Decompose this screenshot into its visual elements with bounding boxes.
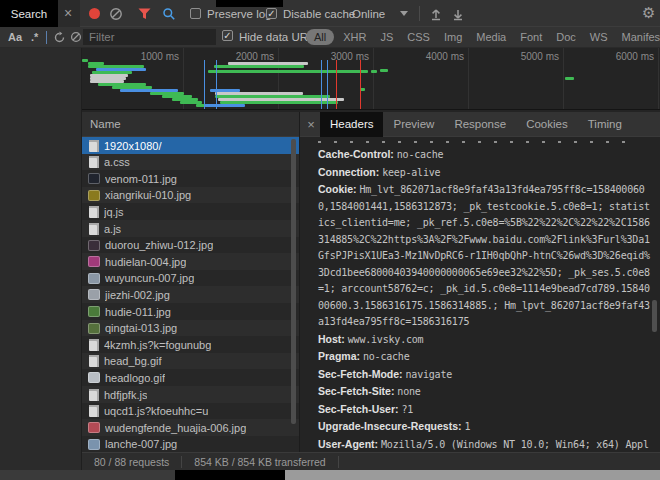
table-row[interactable]: uqcd1.js?kfoeuhhc=u: [82, 403, 299, 420]
type-filter-img[interactable]: Img: [439, 29, 467, 45]
type-filter-css[interactable]: CSS: [402, 29, 435, 45]
clear-search-icon[interactable]: [70, 31, 82, 43]
close-details-icon[interactable]: ×: [302, 117, 320, 132]
timeline-label: 5000 ms: [513, 51, 559, 62]
table-row[interactable]: xiangrikui-010.jpg: [82, 187, 299, 204]
type-filter-xhr[interactable]: XHR: [338, 29, 371, 45]
refresh-icon[interactable]: [53, 31, 66, 44]
filter-toolbar: Aa .* Hide data URLs AllXHRJSCSSImgMedia…: [0, 27, 660, 48]
tab-response[interactable]: Response: [444, 112, 516, 137]
table-row[interactable]: a.js: [82, 220, 299, 237]
header-name: Cookie:: [318, 183, 359, 195]
preserve-log-label[interactable]: Preserve log: [207, 7, 272, 21]
match-case-icon[interactable]: Aa: [8, 30, 22, 44]
table-row[interactable]: venom-011.jpg: [82, 170, 299, 187]
type-filter-media[interactable]: Media: [471, 29, 511, 45]
disable-cache-label[interactable]: Disable cache: [283, 7, 355, 21]
record-button[interactable]: [89, 8, 100, 19]
header-name: Host:: [318, 333, 348, 345]
header-name: Cache-Control:: [318, 148, 397, 160]
type-filter-ws[interactable]: WS: [585, 29, 613, 45]
request-name: xiangrikui-010.jpg: [105, 189, 191, 201]
search-icon[interactable]: [162, 7, 176, 21]
table-row[interactable]: 4kzmh.js?k=fogunubg: [82, 336, 299, 353]
document-icon: [89, 405, 99, 417]
filter-icon[interactable]: [138, 8, 151, 20]
settings-gear-icon[interactable]: ⚙: [642, 5, 655, 21]
request-name: jq.js: [104, 206, 124, 218]
table-row[interactable]: hudie-011.jpg: [82, 303, 299, 320]
table-row[interactable]: wudengfende_huajia-006.jpg: [82, 419, 299, 436]
headers-panel[interactable]: Cache-Control: no-cacheConnection: keep-…: [300, 137, 660, 452]
search-drawer-tab[interactable]: Search: [0, 0, 58, 27]
overlapping-window-fragment-top: [216, 0, 283, 7]
table-row[interactable]: jq.js: [82, 203, 299, 220]
details-tab-bar: × HeadersPreviewResponseCookiesTiming: [300, 112, 660, 137]
request-list-scrollbar[interactable]: [291, 139, 296, 424]
load-event-marker: [360, 60, 361, 110]
document-icon: [89, 339, 99, 351]
type-filter-js[interactable]: JS: [375, 29, 398, 45]
waterfall-bar: [214, 65, 304, 68]
table-row[interactable]: head_bg.gif: [82, 353, 299, 370]
disable-cache-checkbox[interactable]: [266, 8, 277, 19]
timeline-gridline: [658, 48, 659, 110]
toolbar-divider: [419, 6, 420, 21]
filter-input[interactable]: [83, 29, 216, 45]
throttling-select[interactable]: Online: [352, 7, 385, 21]
table-row[interactable]: duorou_zhiwu-012.jpg: [82, 237, 299, 254]
tab-cookies[interactable]: Cookies: [516, 112, 578, 137]
header-name: User-Agent:: [318, 438, 381, 450]
type-filter-manifest[interactable]: Manifest: [617, 29, 660, 45]
table-row[interactable]: headlogo.gif: [82, 369, 299, 386]
type-filter-font[interactable]: Font: [515, 29, 547, 45]
table-row[interactable]: jiezhi-002.jpg: [82, 286, 299, 303]
preserve-log-checkbox[interactable]: [190, 8, 201, 19]
transferred-size: 854 KB / 854 KB transferred: [182, 456, 337, 468]
tab-headers[interactable]: Headers: [320, 112, 383, 137]
header-name: Connection:: [318, 166, 382, 178]
type-filter-doc[interactable]: Doc: [551, 29, 581, 45]
header-value: no-cache: [363, 351, 410, 362]
header-name: Upgrade-Insecure-Requests:: [318, 420, 464, 432]
header-entry: Upgrade-Insecure-Requests: 1: [318, 418, 652, 436]
bottom-window-fragment-dark: [0, 470, 175, 480]
table-row[interactable]: a.css: [82, 154, 299, 171]
header-value: 1: [464, 421, 470, 432]
table-row[interactable]: qingtai-013.jpg: [82, 320, 299, 337]
table-row[interactable]: hdfjpfk.js: [82, 386, 299, 403]
type-filter-all[interactable]: All: [306, 29, 334, 45]
network-status-bar: 80 / 88 requests 854 KB / 854 KB transfe…: [82, 452, 660, 470]
hide-data-urls-checkbox[interactable]: [222, 30, 233, 41]
header-entry: Pragma: no-cache: [318, 348, 652, 366]
tab-preview[interactable]: Preview: [383, 112, 444, 137]
domcontentloaded-marker: [204, 60, 205, 110]
close-icon[interactable]: ×: [60, 5, 76, 21]
main-toolbar: Search × Preserve log Disable cache Onli…: [0, 0, 660, 27]
waterfall-overview[interactable]: 1000 ms2000 ms3000 ms4000 ms5000 ms6000 …: [82, 48, 660, 110]
header-entry: Sec-Fetch-Mode: navigate: [318, 366, 652, 384]
table-row[interactable]: hudielan-004.jpg: [82, 253, 299, 270]
table-row[interactable]: lanche-007.jpg: [82, 436, 299, 452]
request-name: qingtai-013.jpg: [105, 322, 177, 334]
table-row[interactable]: 1920x1080/: [82, 137, 299, 154]
tab-timing[interactable]: Timing: [578, 112, 632, 137]
clear-icon[interactable]: [109, 7, 123, 21]
name-column-header[interactable]: Name: [82, 112, 299, 137]
waterfall-bar: [371, 70, 377, 73]
details-scrollbar[interactable]: [652, 300, 657, 332]
request-name: a.js: [104, 223, 121, 235]
header-value: no-cache: [397, 149, 444, 160]
table-row[interactable]: wuyuncun-007.jpg: [82, 270, 299, 287]
search-bar-divider: [46, 31, 47, 44]
document-icon: [89, 355, 99, 367]
waterfall-bar: [208, 70, 368, 73]
waterfall-bar: [205, 104, 245, 107]
regex-icon[interactable]: .*: [31, 30, 38, 44]
import-har-icon[interactable]: [429, 7, 443, 21]
chevron-down-icon[interactable]: [400, 11, 408, 16]
export-har-icon[interactable]: [451, 7, 465, 21]
request-name: head_bg.gif: [104, 355, 162, 367]
timeline-label: 3000 ms: [323, 51, 369, 62]
bottom-window-fragment-light: [285, 470, 660, 480]
